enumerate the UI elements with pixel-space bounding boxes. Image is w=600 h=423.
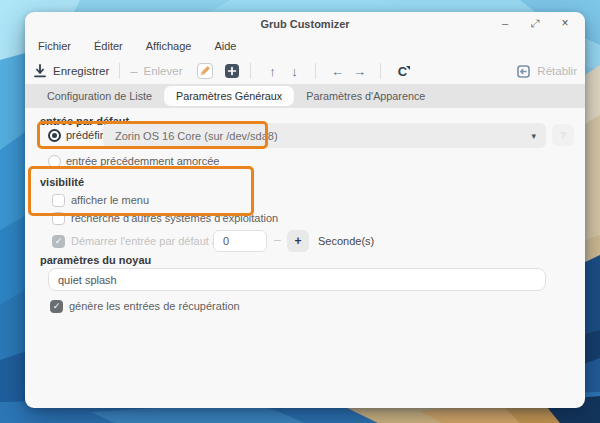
timeout-minus-button[interactable]: – (274, 233, 281, 247)
remove-button[interactable]: – Enlever (130, 64, 182, 79)
visibility-heading: visibilité (40, 176, 84, 188)
timeout-row: ✓ Démarrer l'entrée par défaut après (52, 230, 239, 252)
default-entry-aux-button[interactable]: ? (552, 124, 574, 146)
default-entry-dropdown[interactable]: Zorin OS 16 Core (sur /dev/sda8) ▾ (103, 123, 546, 148)
show-menu-row: afficher le menu (52, 192, 149, 208)
restore-icon (516, 64, 531, 79)
save-button[interactable]: Enregistrer (33, 64, 109, 78)
restore-label: Rétablir (537, 65, 577, 77)
default-entry-dropdown-value: Zorin OS 16 Core (sur /dev/sda8) (103, 130, 531, 142)
remove-label: Enlever (143, 65, 182, 77)
timeout-unit-label: Seconde(s) (318, 235, 374, 247)
titlebar[interactable]: Grub Customizer – ⤢ × (25, 12, 585, 36)
recovery-row: ✓ génère les entrées de récupération (50, 298, 240, 314)
move-left-button-icon[interactable]: ← (326, 64, 348, 79)
timeout-plus-button[interactable]: + (287, 230, 309, 252)
show-menu-label: afficher le menu (71, 194, 149, 206)
minimize-button-icon[interactable]: – (497, 15, 513, 31)
tab-parametres-generaux[interactable]: Paramètres Généraux (164, 86, 294, 106)
save-label: Enregistrer (53, 65, 109, 77)
timeout-checkbox[interactable]: ✓ (52, 235, 65, 248)
previously-booted-label: entrée précédemment amorcée (66, 155, 219, 167)
restore-button[interactable]: Rétablir (516, 64, 577, 79)
recovery-label: génère les entrées de récupération (69, 300, 240, 312)
maximize-button-icon[interactable]: ⤢ (527, 15, 543, 31)
kernel-params-input[interactable] (48, 268, 546, 291)
previously-booted-radio[interactable] (48, 155, 61, 168)
kernel-params-heading: paramètres du noyau (40, 254, 151, 266)
menu-fichier[interactable]: Fichier (35, 38, 74, 54)
add-entry-icon[interactable] (224, 63, 240, 79)
toolbar-separator (315, 63, 316, 79)
reload-button-icon[interactable]: C (391, 64, 413, 79)
grub-customizer-window: Grub Customizer – ⤢ × Fichier Éditer Aff… (25, 12, 585, 408)
close-button-icon[interactable]: × (557, 15, 573, 31)
move-down-button-icon[interactable]: ↓ (283, 64, 305, 79)
toolbar-separator (250, 63, 251, 79)
recovery-checkbox[interactable]: ✓ (50, 300, 63, 313)
menu-aide[interactable]: Aide (211, 38, 239, 54)
minus-icon: – (130, 64, 137, 79)
desktop: Grub Customizer – ⤢ × Fichier Éditer Aff… (0, 0, 600, 423)
menu-editer[interactable]: Éditer (91, 38, 126, 54)
chevron-down-icon: ▾ (531, 131, 546, 141)
predefined-radio[interactable] (48, 129, 61, 142)
move-up-button-icon[interactable]: ↑ (261, 64, 283, 79)
tab-parametres-apparence[interactable]: Paramètres d'Apparence (294, 86, 437, 106)
previously-booted-radio-row: entrée précédemment amorcée (48, 152, 219, 170)
tab-bar: Configuration de Liste Paramètres Généra… (25, 84, 585, 108)
tab-configuration-de-liste[interactable]: Configuration de Liste (35, 86, 164, 106)
menubar: Fichier Éditer Affichage Aide (35, 36, 239, 56)
toolbar: Enregistrer – Enlever (33, 57, 577, 85)
save-icon (33, 64, 47, 78)
os-prober-row: recherche d'autres systèmes d'exploitati… (52, 210, 278, 226)
timeout-input[interactable] (213, 230, 267, 252)
move-right-button-icon[interactable]: → (348, 64, 370, 79)
general-settings-panel: entrée par défaut prédéfini : Zorin OS 1… (25, 108, 585, 408)
toolbar-separator (119, 63, 120, 79)
edit-entry-icon[interactable] (196, 62, 214, 80)
os-prober-label: recherche d'autres systèmes d'exploitati… (71, 212, 278, 224)
toolbar-separator (380, 63, 381, 79)
menu-affichage[interactable]: Affichage (143, 38, 195, 54)
os-prober-checkbox[interactable] (52, 212, 65, 225)
show-menu-checkbox[interactable] (52, 194, 65, 207)
